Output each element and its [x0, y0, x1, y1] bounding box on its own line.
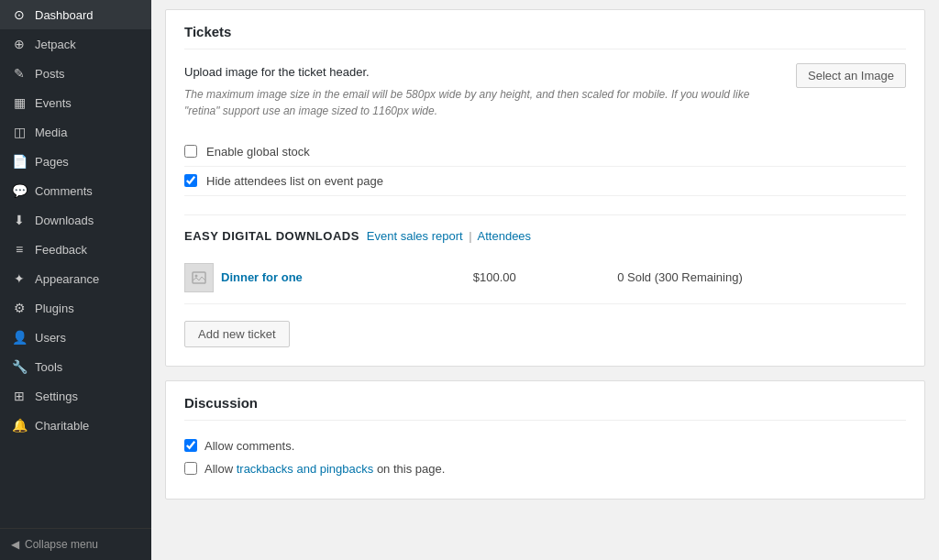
allow-trackbacks-label: Allow trackbacks and pingbacks on this p…	[204, 462, 445, 476]
sidebar-item-users[interactable]: 👤 Users	[0, 323, 151, 352]
table-row: Dinner for one $100.00 0 Sold (300 Remai…	[184, 252, 906, 304]
sidebar-label: Posts	[35, 67, 140, 81]
posts-icon: ✎	[11, 66, 28, 81]
sidebar-label: Settings	[35, 390, 140, 403]
sidebar-label: Pages	[35, 155, 140, 169]
edd-separator: |	[469, 229, 471, 243]
sidebar: ⊙ Dashboard ⊕ Jetpack ✎ Posts ▦ Events ◫…	[0, 0, 151, 560]
sidebar-label: Dashboard	[35, 8, 140, 22]
tools-icon: 🔧	[11, 359, 28, 374]
sidebar-label: Tools	[35, 360, 140, 374]
downloads-icon: ⬇	[11, 213, 28, 227]
jetpack-icon: ⊕	[11, 37, 28, 51]
upload-sublabel: The maximum image size in the email will…	[184, 86, 778, 119]
dashboard-icon: ⊙	[11, 7, 28, 22]
hide-attendees-checkbox[interactable]	[184, 174, 197, 187]
global-stock-label: Enable global stock	[206, 145, 310, 159]
sidebar-item-appearance[interactable]: ✦ Appearance	[0, 264, 151, 293]
events-icon: ▦	[11, 95, 28, 110]
media-icon: ◫	[11, 125, 28, 139]
sidebar-item-downloads[interactable]: ⬇ Downloads	[0, 205, 151, 235]
allow-comments-checkbox[interactable]	[184, 439, 197, 452]
tickets-title: Tickets	[184, 24, 906, 49]
sidebar-item-pages[interactable]: 📄 Pages	[0, 147, 151, 176]
sidebar-item-tools[interactable]: 🔧 Tools	[0, 352, 151, 381]
sidebar-item-feedback[interactable]: ≡ Feedback	[0, 235, 151, 264]
trackbacks-link[interactable]: trackbacks and pingbacks	[237, 462, 374, 476]
ticket-name-link[interactable]: Dinner for one	[221, 270, 303, 284]
sidebar-label: Downloads	[35, 214, 140, 227]
allow-comments-row: Allow comments.	[184, 434, 906, 457]
hide-attendees-label: Hide attendees list on event page	[206, 174, 383, 188]
main-content: Tickets Upload image for the ticket head…	[151, 0, 939, 560]
ticket-thumbnail	[184, 263, 214, 292]
sidebar-label: Comments	[35, 184, 140, 198]
sidebar-label: Appearance	[35, 272, 140, 286]
sidebar-label: Charitable	[35, 419, 140, 433]
sidebar-item-media[interactable]: ◫ Media	[0, 117, 151, 147]
ticket-sold: 0 Sold (300 Remaining)	[617, 270, 906, 284]
sidebar-item-events[interactable]: ▦ Events	[0, 88, 151, 117]
sidebar-label: Events	[35, 96, 140, 110]
charitable-icon: 🔔	[11, 418, 28, 433]
tickets-section: Tickets Upload image for the ticket head…	[165, 9, 925, 367]
edd-title: EASY DIGITAL DOWNLOADS	[184, 229, 359, 243]
select-image-button[interactable]: Select an Image	[796, 63, 906, 88]
sidebar-label: Media	[35, 126, 140, 139]
sidebar-label: Feedback	[35, 243, 140, 257]
sidebar-item-dashboard[interactable]: ⊙ Dashboard	[0, 0, 151, 29]
global-stock-checkbox[interactable]	[184, 145, 197, 158]
pages-icon: 📄	[11, 154, 28, 169]
edd-links: Event sales report | Attendees	[367, 229, 531, 243]
upload-label: Upload image for the ticket header.	[184, 63, 778, 82]
event-sales-report-link[interactable]: Event sales report	[367, 229, 463, 243]
sidebar-label: Plugins	[35, 302, 140, 315]
sidebar-item-settings[interactable]: ⊞ Settings	[0, 381, 151, 411]
ticket-price: $100.00	[473, 270, 617, 284]
feedback-icon: ≡	[11, 242, 28, 257]
appearance-icon: ✦	[11, 271, 28, 286]
collapse-menu-button[interactable]: ◀ Collapse menu	[0, 528, 151, 560]
sidebar-label: Users	[35, 331, 140, 345]
sidebar-item-charitable[interactable]: 🔔 Charitable	[0, 411, 151, 440]
allow-comments-label: Allow comments.	[204, 439, 294, 453]
svg-point-1	[195, 274, 198, 277]
ticket-name-cell: Dinner for one	[184, 263, 473, 292]
discussion-title: Discussion	[184, 395, 906, 421]
discussion-section: Discussion Allow comments. Allow trackba…	[165, 380, 925, 500]
edd-header: EASY DIGITAL DOWNLOADS Event sales repor…	[184, 214, 906, 243]
collapse-arrow-icon: ◀	[11, 538, 19, 551]
settings-icon: ⊞	[11, 389, 28, 403]
sidebar-label: Jetpack	[35, 38, 140, 51]
plugins-icon: ⚙	[11, 301, 28, 315]
sidebar-item-posts[interactable]: ✎ Posts	[0, 59, 151, 88]
allow-trackbacks-row: Allow trackbacks and pingbacks on this p…	[184, 457, 906, 480]
svg-rect-0	[193, 272, 205, 283]
allow-trackbacks-prefix: Allow	[204, 462, 237, 476]
ticket-header-row: Upload image for the ticket header. The …	[184, 63, 906, 119]
allow-trackbacks-checkbox[interactable]	[184, 462, 197, 475]
collapse-menu-label: Collapse menu	[25, 538, 98, 551]
global-stock-row: Enable global stock	[184, 137, 906, 167]
attendees-link[interactable]: Attendees	[478, 229, 532, 243]
hide-attendees-row: Hide attendees list on event page	[184, 167, 906, 196]
sidebar-item-comments[interactable]: 💬 Comments	[0, 176, 151, 205]
sidebar-item-jetpack[interactable]: ⊕ Jetpack	[0, 29, 151, 59]
comments-icon: 💬	[11, 183, 28, 198]
add-ticket-button[interactable]: Add new ticket	[184, 321, 290, 347]
sidebar-item-plugins[interactable]: ⚙ Plugins	[0, 293, 151, 323]
users-icon: 👤	[11, 330, 28, 345]
ticket-header-text: Upload image for the ticket header. The …	[184, 63, 778, 119]
allow-trackbacks-suffix: on this page.	[373, 462, 445, 476]
